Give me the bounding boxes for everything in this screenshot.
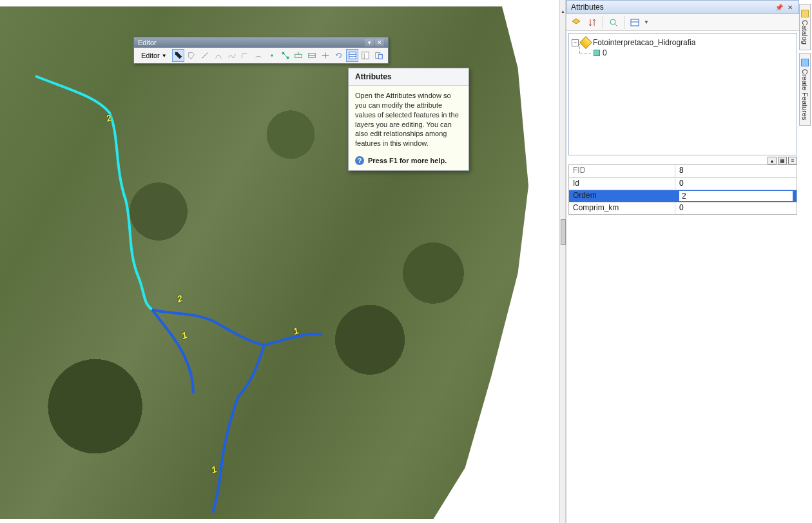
splitter-grip[interactable] <box>561 219 566 245</box>
split-tool[interactable] <box>319 49 332 62</box>
sort-icon[interactable] <box>585 15 599 30</box>
grid-row[interactable]: Id 0 <box>569 177 797 190</box>
svg-point-1 <box>271 54 273 57</box>
editor-toolbar-title-text: Editor <box>138 39 157 46</box>
tree-layer-label: Fotointerpretacao_Hidrografia <box>593 38 695 47</box>
tab-create-features-label: Create Features <box>801 69 809 120</box>
chevron-down-icon: ▼ <box>162 53 167 59</box>
tab-create-features[interactable]: Create Features <box>799 53 811 126</box>
arc-segment-tool[interactable] <box>212 49 225 62</box>
collapse-icon[interactable]: − <box>572 39 579 46</box>
edit-vertices-tool[interactable] <box>279 49 292 62</box>
svg-line-0 <box>202 53 208 59</box>
attributes-panel-header[interactable]: Attributes 📌 ✕ <box>566 0 799 14</box>
sketch-properties-button[interactable] <box>359 49 372 62</box>
splitter-collapse-icon[interactable]: ▲ <box>561 9 565 14</box>
create-features-icon <box>801 59 809 66</box>
svg-rect-20 <box>631 19 639 26</box>
toolbar-options-icon[interactable]: ▾ <box>365 39 374 46</box>
svg-line-19 <box>615 24 617 26</box>
point-tool[interactable] <box>266 49 278 62</box>
table-options-icon[interactable] <box>628 15 642 30</box>
grid-key: FID <box>569 165 675 177</box>
trace-tool[interactable] <box>226 49 238 62</box>
tab-catalog-label: Catalog <box>801 20 809 44</box>
rotate-tool[interactable] <box>333 49 345 62</box>
grid-row[interactable]: Comprim_km 0 <box>569 202 797 214</box>
zoom-to-icon[interactable] <box>606 15 621 30</box>
feature-tree[interactable]: − Fotointerpretacao_Hidrografia 0 <box>568 33 797 155</box>
editor-menu-label: Editor <box>141 52 160 59</box>
cut-polygons-tool[interactable] <box>305 49 318 62</box>
attributes-panel-toolbar: ▼ <box>566 14 799 31</box>
svg-rect-11 <box>349 52 356 59</box>
editor-toolbar[interactable]: Editor ▾ ✕ Editor ▼ <box>133 37 389 64</box>
grid-expand-icon[interactable]: ▴ <box>768 157 777 164</box>
tooltip-body: Open the Attributes window so you can mo… <box>349 86 469 152</box>
help-icon: ? <box>355 156 364 165</box>
tooltip-help-text: Press F1 for more help. <box>368 157 447 164</box>
editor-toolbar-title[interactable]: Editor ▾ ✕ <box>134 37 388 48</box>
svg-rect-17 <box>378 54 382 59</box>
grid-row-selected[interactable]: Ordem <box>569 190 797 202</box>
grid-value[interactable]: 0 <box>675 178 797 190</box>
tree-layer-row[interactable]: − Fotointerpretacao_Hidrografia <box>572 37 794 48</box>
grid-key: Ordem <box>569 190 675 202</box>
pane-splitter[interactable]: ▲ <box>559 0 566 523</box>
svg-rect-5 <box>295 54 302 57</box>
grid-view-icon[interactable]: ▦ <box>778 157 787 164</box>
svg-rect-14 <box>362 52 369 59</box>
attributes-panel: Attributes 📌 ✕ ▼ − Fotointerpretacao_Hid… <box>566 0 799 523</box>
tooltip-title: Attributes <box>349 68 469 86</box>
grid-key: Comprim_km <box>569 202 675 214</box>
edit-annotation-tool[interactable] <box>185 49 198 62</box>
close-icon[interactable]: ✕ <box>786 3 795 12</box>
straight-segment-tool[interactable] <box>198 49 211 62</box>
grid-controls: ▴ ▦ ≡ <box>566 155 799 164</box>
attributes-button[interactable] <box>346 49 359 62</box>
layer-selection-icon[interactable] <box>569 15 583 30</box>
grid-row: FID 8 <box>569 165 797 177</box>
docked-tabs: Catalog Create Features <box>799 4 812 128</box>
grid-key: Id <box>569 178 675 190</box>
ordem-input[interactable] <box>679 191 793 201</box>
svg-point-18 <box>610 19 615 25</box>
tooltip-help: ? Press F1 for more help. <box>349 152 469 170</box>
grid-value[interactable]: 0 <box>675 202 797 214</box>
right-angle-tool[interactable] <box>239 49 252 62</box>
reshape-tool[interactable] <box>293 49 305 62</box>
create-features-button[interactable] <box>372 49 385 62</box>
edit-tool[interactable] <box>172 49 185 62</box>
tree-feature-label: 0 <box>603 48 607 57</box>
attributes-panel-title: Attributes <box>571 3 604 12</box>
grid-value: 8 <box>675 165 797 177</box>
svg-line-4 <box>283 54 287 58</box>
grid-list-icon[interactable]: ≡ <box>788 157 797 164</box>
tree-feature-row[interactable]: 0 <box>572 48 794 58</box>
close-icon[interactable]: ✕ <box>375 39 384 46</box>
attributes-tooltip: Attributes Open the Attributes window so… <box>348 68 469 171</box>
layer-icon <box>579 36 592 49</box>
endpoint-arc-tool[interactable] <box>252 49 265 62</box>
chevron-down-icon[interactable]: ▼ <box>644 19 649 25</box>
editor-menu[interactable]: Editor ▼ <box>137 50 171 61</box>
tab-catalog[interactable]: Catalog <box>799 4 811 50</box>
catalog-icon <box>801 10 809 17</box>
pin-icon[interactable]: 📌 <box>775 3 784 12</box>
feature-icon <box>594 50 600 56</box>
map-view[interactable]: 2 2 1 1 1 Editor ▾ ✕ Editor ▼ <box>0 0 559 523</box>
attribute-grid[interactable]: FID 8 Id 0 Ordem Comprim_km 0 <box>568 164 797 215</box>
grid-value-editing[interactable] <box>675 190 797 202</box>
